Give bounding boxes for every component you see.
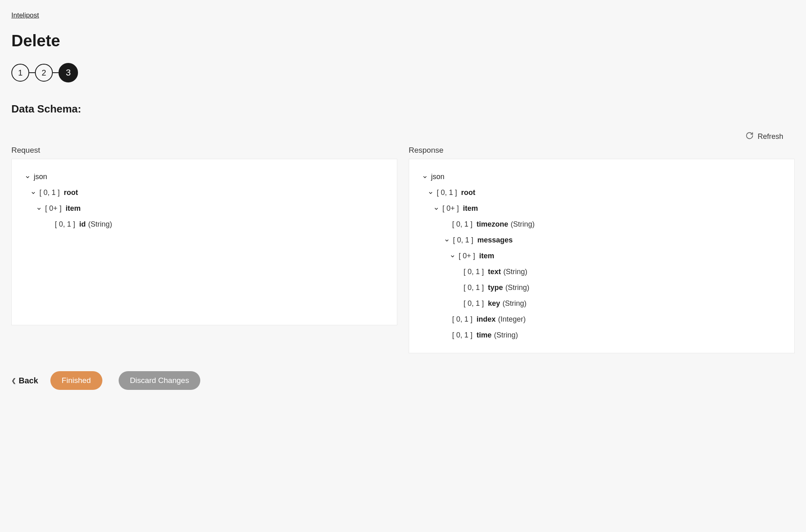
step-2[interactable]: 2 [35, 64, 53, 82]
occurrence: [ 0, 1 ] [452, 314, 472, 325]
occurrence: [ 0, 1 ] [39, 187, 60, 198]
node-type: (String) [503, 266, 527, 277]
occurrence: [ 0+ ] [459, 251, 475, 262]
node-name: messages [477, 235, 513, 246]
response-panel: json[ 0, 1 ] root[ 0+ ] item[ 0, 1 ] tim… [409, 159, 795, 353]
breadcrumb-link[interactable]: Intelipost [11, 11, 39, 19]
response-panel-label: Response [409, 146, 795, 155]
occurrence: [ 0+ ] [442, 203, 459, 214]
step-connector [29, 72, 35, 73]
step-3[interactable]: 3 [58, 63, 78, 82]
tree-row[interactable]: [ 0, 1 ] time (String) [417, 327, 786, 343]
chevron-down-icon[interactable] [30, 189, 37, 197]
occurrence: [ 0+ ] [45, 203, 62, 214]
refresh-icon [745, 132, 754, 142]
node-name: type [488, 282, 503, 293]
occurrence: [ 0, 1 ] [55, 219, 75, 230]
occurrence: [ 0, 1 ] [437, 187, 457, 198]
chevron-down-icon[interactable] [433, 205, 440, 212]
node-type: (String) [505, 282, 529, 293]
section-title: Data Schema: [11, 103, 795, 115]
node-type: (String) [511, 219, 535, 230]
node-type: (String) [88, 219, 112, 230]
chevron-down-icon[interactable] [427, 189, 434, 197]
node-name: json [34, 171, 47, 182]
node-name: time [477, 330, 492, 341]
page-title: Delete [11, 32, 795, 50]
tree-row[interactable]: [ 0, 1 ] messages [417, 232, 786, 248]
occurrence: [ 0, 1 ] [464, 298, 484, 309]
request-panel: json[ 0, 1 ] root[ 0+ ] item[ 0, 1 ] id … [11, 159, 397, 325]
chevron-left-icon: ❮ [11, 377, 16, 384]
node-name: item [66, 203, 81, 214]
chevron-down-icon[interactable] [449, 253, 456, 260]
node-name: json [431, 171, 444, 182]
request-panel-label: Request [11, 146, 397, 155]
tree-row[interactable]: [ 0, 1 ] root [20, 185, 389, 201]
stepper: 1 2 3 [11, 63, 795, 82]
tree-row[interactable]: [ 0, 1 ] type (String) [417, 280, 786, 296]
node-name: id [79, 219, 86, 230]
node-name: index [477, 314, 496, 325]
occurrence: [ 0, 1 ] [464, 282, 484, 293]
node-name: item [463, 203, 478, 214]
occurrence: [ 0, 1 ] [453, 235, 473, 246]
tree-row[interactable]: [ 0, 1 ] key (String) [417, 296, 786, 311]
node-name: item [479, 251, 494, 262]
tree-row[interactable]: json [20, 169, 389, 185]
node-type: (String) [494, 330, 518, 341]
node-name: root [64, 187, 78, 198]
tree-row[interactable]: [ 0, 1 ] id (String) [20, 216, 389, 232]
back-button[interactable]: ❮ Back [11, 376, 38, 385]
chevron-down-icon[interactable] [421, 173, 429, 181]
occurrence: [ 0, 1 ] [452, 219, 472, 230]
tree-row[interactable]: [ 0+ ] item [417, 201, 786, 216]
refresh-label: Refresh [758, 132, 783, 141]
discard-changes-button[interactable]: Discard Changes [119, 371, 201, 390]
node-type: (String) [503, 298, 526, 309]
step-connector [53, 72, 58, 73]
chevron-down-icon[interactable] [35, 205, 43, 212]
tree-row[interactable]: [ 0, 1 ] timezone (String) [417, 216, 786, 232]
node-name: root [461, 187, 475, 198]
node-type: (Integer) [498, 314, 526, 325]
node-name: text [488, 266, 501, 277]
step-1[interactable]: 1 [11, 64, 29, 82]
finished-button[interactable]: Finished [50, 371, 102, 390]
tree-row[interactable]: [ 0+ ] item [20, 201, 389, 216]
node-name: timezone [477, 219, 508, 230]
tree-row[interactable]: json [417, 169, 786, 185]
tree-row[interactable]: [ 0, 1 ] root [417, 185, 786, 201]
node-name: key [488, 298, 500, 309]
occurrence: [ 0, 1 ] [464, 266, 484, 277]
chevron-down-icon[interactable] [443, 237, 451, 244]
back-label: Back [19, 376, 38, 385]
tree-row[interactable]: [ 0+ ] item [417, 248, 786, 264]
occurrence: [ 0, 1 ] [452, 330, 472, 341]
chevron-down-icon[interactable] [24, 173, 31, 181]
tree-row[interactable]: [ 0, 1 ] index (Integer) [417, 311, 786, 327]
refresh-button[interactable]: Refresh [745, 132, 783, 142]
tree-row[interactable]: [ 0, 1 ] text (String) [417, 264, 786, 280]
